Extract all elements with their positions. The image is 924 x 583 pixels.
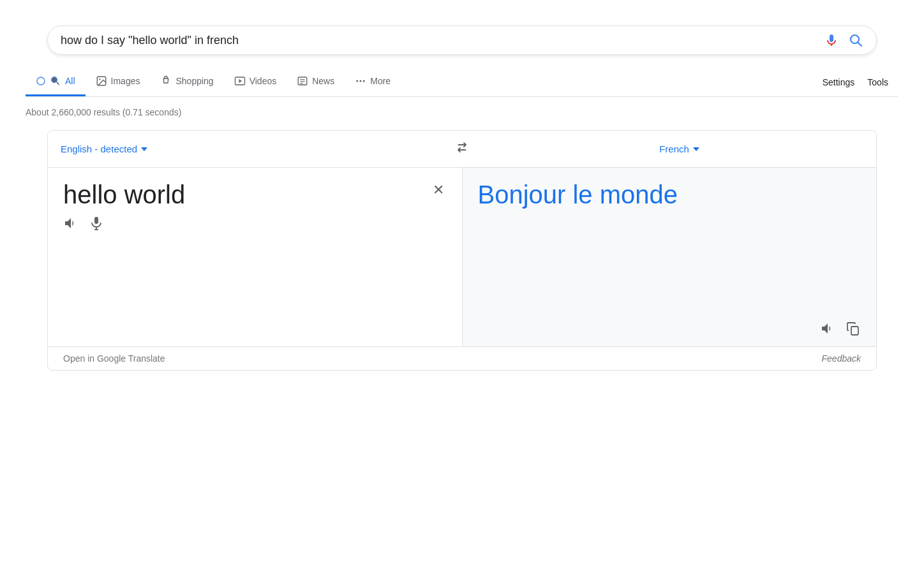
source-audio-button[interactable] xyxy=(63,216,78,231)
tab-shopping[interactable]: Shopping xyxy=(150,68,223,96)
translated-actions xyxy=(478,321,861,336)
language-bar: English - detected French xyxy=(48,131,876,168)
tab-all-label: All xyxy=(65,76,75,86)
copy-icon xyxy=(846,321,861,336)
widget-footer: Open in Google Translate Feedback xyxy=(48,346,876,370)
all-icon xyxy=(36,76,46,86)
all-google-icon xyxy=(50,75,61,87)
speaker-icon xyxy=(63,216,78,231)
settings-link[interactable]: Settings xyxy=(823,77,855,87)
svg-marker-7 xyxy=(239,79,242,83)
tab-videos[interactable]: Videos xyxy=(224,68,287,96)
tab-news[interactable]: News xyxy=(287,68,345,96)
feedback-link[interactable]: Feedback xyxy=(822,353,861,364)
translated-panel: Bonjour le monde xyxy=(463,168,877,346)
target-language-label: French xyxy=(659,144,689,154)
tools-link[interactable]: Tools xyxy=(867,77,888,87)
tab-more-label: More xyxy=(370,76,391,86)
videos-icon xyxy=(234,75,246,87)
source-lang-container: English - detected xyxy=(61,144,429,154)
microphone-icon xyxy=(824,33,839,48)
target-lang-chevron-icon xyxy=(693,147,699,151)
source-language-label: English - detected xyxy=(61,144,137,154)
more-dots-icon xyxy=(355,75,366,87)
nav-tabs: All Images Shopping Videos News xyxy=(26,68,898,97)
results-count: About 2,660,000 results (0.71 seconds) xyxy=(26,107,898,117)
svg-point-12 xyxy=(356,80,358,82)
source-lang-chevron-icon xyxy=(141,147,147,151)
source-text-content: hello world xyxy=(63,181,424,209)
svg-point-14 xyxy=(363,80,365,82)
tab-images[interactable]: Images xyxy=(86,68,151,96)
tab-more[interactable]: More xyxy=(345,68,401,96)
swap-icon xyxy=(454,140,470,155)
translated-text: Bonjour le monde xyxy=(478,181,861,314)
svg-rect-15 xyxy=(94,217,98,224)
target-lang-container: French xyxy=(495,144,863,154)
news-icon xyxy=(297,75,308,87)
source-text: hello world xyxy=(63,181,185,209)
tab-news-label: News xyxy=(312,76,334,86)
search-icon xyxy=(848,33,863,48)
svg-point-13 xyxy=(360,80,362,82)
search-input[interactable]: how do I say "hello world" in french xyxy=(61,34,824,47)
source-mic-button[interactable] xyxy=(89,216,104,231)
tab-videos-label: Videos xyxy=(250,76,277,86)
tab-images-label: Images xyxy=(111,76,140,86)
target-language-button[interactable]: French xyxy=(659,144,699,154)
nav-settings-tools: Settings Tools xyxy=(812,70,898,95)
source-actions xyxy=(63,216,447,231)
search-bar: how do I say "hello world" in french xyxy=(47,26,877,55)
swap-languages-button[interactable] xyxy=(429,140,495,158)
clear-source-button[interactable]: ✕ xyxy=(430,181,447,200)
translated-audio-button[interactable] xyxy=(820,321,835,336)
search-button[interactable] xyxy=(848,33,863,48)
tab-all[interactable]: All xyxy=(26,68,86,96)
svg-point-2 xyxy=(37,77,45,85)
source-input-row: hello world ✕ xyxy=(63,181,447,209)
source-microphone-icon xyxy=(89,216,104,231)
open-translate-link[interactable]: Open in Google Translate xyxy=(63,353,165,364)
images-icon xyxy=(96,75,107,87)
svg-point-5 xyxy=(99,78,100,80)
svg-line-1 xyxy=(858,43,862,47)
voice-search-button[interactable] xyxy=(824,33,839,48)
copy-translation-button[interactable] xyxy=(846,321,861,336)
translate-widget: English - detected French hello world xyxy=(47,130,877,371)
source-language-button[interactable]: English - detected xyxy=(61,144,147,154)
translate-body: hello world ✕ xyxy=(48,168,876,346)
search-icons xyxy=(824,33,863,48)
translated-speaker-icon xyxy=(820,321,835,336)
svg-rect-18 xyxy=(851,327,858,335)
source-panel: hello world ✕ xyxy=(48,168,463,346)
shopping-icon xyxy=(160,75,172,87)
tab-shopping-label: Shopping xyxy=(175,76,213,86)
